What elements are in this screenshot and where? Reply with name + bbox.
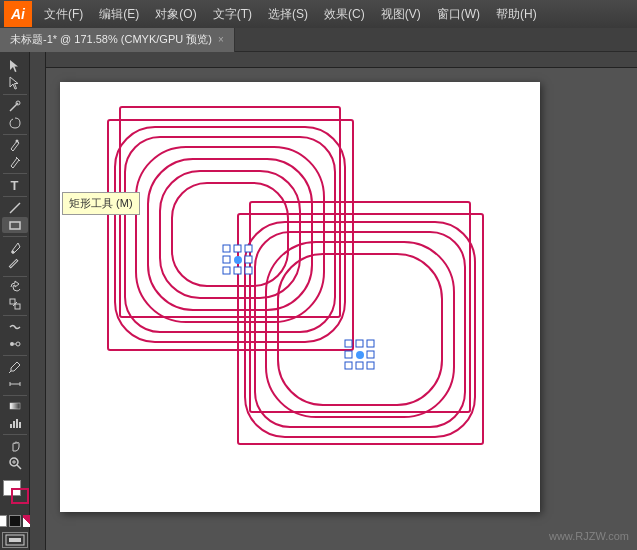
svg-rect-20 bbox=[10, 403, 20, 409]
svg-point-50 bbox=[234, 256, 242, 264]
rect-tool-button[interactable] bbox=[2, 217, 28, 233]
hand-tool-button[interactable] bbox=[2, 438, 28, 454]
svg-rect-63 bbox=[367, 362, 374, 369]
draw-mode-area bbox=[2, 532, 28, 548]
handle-group-2 bbox=[345, 340, 374, 369]
ruler-vertical bbox=[30, 52, 46, 550]
toolbar-separator-2 bbox=[3, 134, 27, 135]
svg-point-8 bbox=[11, 250, 14, 253]
watermark: www.RJZW.com bbox=[549, 530, 629, 542]
svg-point-4 bbox=[15, 140, 18, 143]
gradient-tool-button[interactable] bbox=[2, 398, 28, 414]
svg-rect-35 bbox=[125, 137, 335, 332]
toolbar-separator-8 bbox=[3, 355, 27, 356]
white-fill-icon[interactable] bbox=[0, 515, 7, 527]
chart-tool-button[interactable] bbox=[2, 415, 28, 431]
scale-tool-button[interactable] bbox=[2, 296, 28, 312]
toolbar-separator-7 bbox=[3, 315, 27, 316]
svg-rect-53 bbox=[234, 267, 241, 274]
tab-title: 未标题-1* @ 171.58% (CMYK/GPU 预览) bbox=[10, 32, 212, 47]
stroke-color-box[interactable] bbox=[11, 488, 29, 504]
svg-rect-41 bbox=[238, 214, 483, 444]
toolbar-separator-1 bbox=[3, 94, 27, 95]
svg-rect-54 bbox=[245, 267, 252, 274]
svg-marker-0 bbox=[10, 60, 18, 72]
menu-select[interactable]: 选择(S) bbox=[260, 0, 316, 28]
svg-point-14 bbox=[16, 342, 20, 346]
tab-document[interactable]: 未标题-1* @ 171.58% (CMYK/GPU 预览) × bbox=[0, 28, 235, 52]
svg-rect-47 bbox=[234, 245, 241, 252]
svg-rect-9 bbox=[9, 259, 17, 267]
svg-rect-62 bbox=[356, 362, 363, 369]
svg-rect-52 bbox=[223, 267, 230, 274]
type-tool-button[interactable]: T bbox=[2, 177, 28, 193]
svg-point-59 bbox=[356, 351, 364, 359]
svg-rect-44 bbox=[266, 242, 454, 417]
lasso-tool-button[interactable] bbox=[2, 115, 28, 131]
svg-rect-7 bbox=[10, 222, 20, 229]
svg-marker-1 bbox=[10, 77, 18, 89]
svg-rect-10 bbox=[10, 299, 15, 304]
menu-edit[interactable]: 编辑(E) bbox=[91, 0, 147, 28]
blend-tool-button[interactable] bbox=[2, 336, 28, 352]
direct-select-tool-button[interactable] bbox=[2, 75, 28, 91]
menu-object[interactable]: 对象(O) bbox=[147, 0, 204, 28]
menu-effects[interactable]: 效果(C) bbox=[316, 0, 373, 28]
tab-close-button[interactable]: × bbox=[218, 34, 224, 45]
svg-rect-22 bbox=[13, 421, 15, 428]
svg-rect-36 bbox=[136, 147, 324, 322]
black-fill-icon[interactable] bbox=[9, 515, 21, 527]
svg-rect-51 bbox=[245, 256, 252, 263]
warp-tool-button[interactable] bbox=[2, 319, 28, 335]
svg-rect-61 bbox=[345, 362, 352, 369]
app-logo: Ai bbox=[4, 1, 32, 27]
paintbrush-tool-button[interactable] bbox=[2, 240, 28, 256]
select-tool-button[interactable] bbox=[2, 58, 28, 74]
toolbar-separator-4 bbox=[3, 196, 27, 197]
svg-rect-31 bbox=[30, 52, 637, 68]
svg-rect-11 bbox=[15, 304, 20, 309]
toolbar-separator-9 bbox=[3, 395, 27, 396]
toolbar: T bbox=[0, 52, 30, 550]
svg-rect-33 bbox=[108, 120, 353, 350]
handle-group-1 bbox=[223, 245, 252, 274]
svg-line-26 bbox=[17, 465, 21, 469]
svg-line-16 bbox=[9, 371, 11, 373]
rotate-tool-button[interactable] bbox=[2, 279, 28, 295]
artwork-svg bbox=[60, 82, 540, 512]
toolbar-separator-3 bbox=[3, 173, 27, 174]
menu-file[interactable]: 文件(F) bbox=[36, 0, 91, 28]
toolbar-separator-10 bbox=[3, 434, 27, 435]
canvas-area: 矩形工具 (M) www.RJZW.com bbox=[30, 52, 637, 550]
svg-rect-60 bbox=[367, 351, 374, 358]
svg-point-13 bbox=[10, 342, 14, 346]
svg-rect-49 bbox=[223, 256, 230, 263]
ruler-horizontal bbox=[30, 52, 637, 68]
menu-view[interactable]: 视图(V) bbox=[373, 0, 429, 28]
svg-rect-58 bbox=[345, 351, 352, 358]
svg-rect-23 bbox=[16, 419, 18, 428]
tabbar: 未标题-1* @ 171.58% (CMYK/GPU 预览) × bbox=[0, 28, 637, 52]
menu-type[interactable]: 文字(T) bbox=[205, 0, 260, 28]
svg-rect-55 bbox=[345, 340, 352, 347]
line-tool-button[interactable] bbox=[2, 200, 28, 216]
svg-rect-46 bbox=[223, 245, 230, 252]
zoom-tool-button[interactable] bbox=[2, 455, 28, 471]
anchor-point-tool-button[interactable] bbox=[2, 154, 28, 170]
pen-tool-button[interactable] bbox=[2, 137, 28, 153]
magic-wand-tool-button[interactable] bbox=[2, 98, 28, 114]
menu-bar: 文件(F) 编辑(E) 对象(O) 文字(T) 选择(S) 效果(C) 视图(V… bbox=[36, 0, 545, 28]
titlebar: Ai 文件(F) 编辑(E) 对象(O) 文字(T) 选择(S) 效果(C) 视… bbox=[0, 0, 637, 28]
menu-window[interactable]: 窗口(W) bbox=[429, 0, 488, 28]
svg-line-6 bbox=[10, 203, 20, 213]
eyedropper-tool-button[interactable] bbox=[2, 359, 28, 375]
draw-mode-button[interactable] bbox=[2, 532, 28, 548]
svg-rect-24 bbox=[19, 422, 21, 428]
svg-rect-30 bbox=[9, 538, 21, 542]
measure-tool-button[interactable] bbox=[2, 376, 28, 392]
svg-rect-48 bbox=[245, 245, 252, 252]
svg-rect-45 bbox=[278, 254, 442, 405]
menu-help[interactable]: 帮助(H) bbox=[488, 0, 545, 28]
pencil-tool-button[interactable] bbox=[2, 257, 28, 273]
fill-stroke-area bbox=[1, 480, 29, 512]
